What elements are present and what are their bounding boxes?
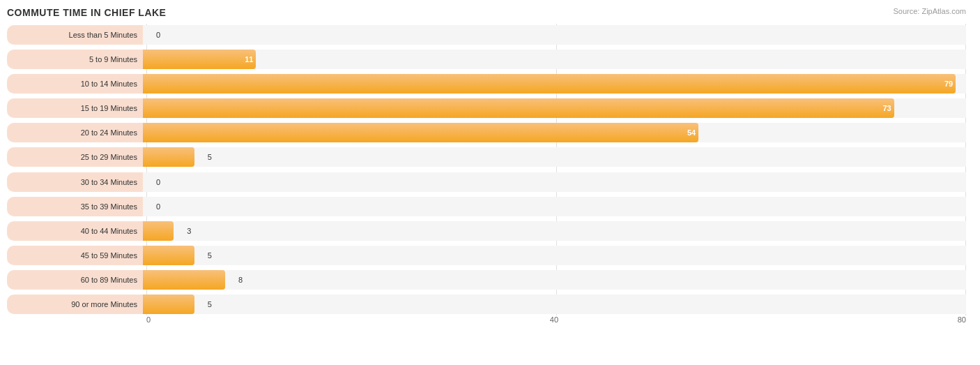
x-tick-80: 80 [958, 315, 966, 324]
bar-label: 40 to 44 Minutes [7, 221, 143, 241]
bar-row: 45 to 59 Minutes5 [7, 244, 966, 267]
bar-track: 0 [143, 25, 966, 45]
bar-label: 5 to 9 Minutes [7, 50, 143, 69]
bar-row: 90 or more Minutes5 [7, 293, 966, 315]
bar-track: 3 [143, 221, 966, 241]
bar-row: 40 to 44 Minutes3 [7, 220, 966, 242]
x-tick-40: 40 [550, 315, 558, 324]
bar-row: 35 to 39 Minutes0 [7, 195, 966, 218]
bar-row: 60 to 89 Minutes8 [7, 269, 966, 291]
bar-label: 45 to 59 Minutes [7, 246, 143, 265]
bar-row: 30 to 34 Minutes0 [7, 170, 966, 193]
bar-value: 5 [208, 251, 212, 260]
bar-track: 5 [143, 147, 966, 167]
bar-label: 35 to 39 Minutes [7, 197, 143, 216]
bars-wrapper: Less than 5 Minutes05 to 9 Minutes1110 t… [7, 24, 966, 315]
bar-track: 0 [143, 172, 966, 192]
bar-label: 60 to 89 Minutes [7, 270, 143, 290]
bar-value: 0 [156, 178, 160, 186]
bar-track: 79 [143, 74, 966, 94]
bar-track: 5 [143, 246, 966, 265]
bar-value: 0 [156, 202, 160, 211]
bar-row: 10 to 14 Minutes79 [7, 73, 966, 95]
bar-label: 10 to 14 Minutes [7, 74, 143, 94]
bar-label: 30 to 34 Minutes [7, 172, 143, 192]
bar-value: 8 [238, 276, 243, 284]
bar-label: 25 to 29 Minutes [7, 147, 143, 167]
bar-row: 25 to 29 Minutes5 [7, 146, 966, 168]
bar-value: 0 [156, 31, 160, 39]
bar-track: 5 [143, 295, 966, 314]
bar-track: 73 [143, 98, 966, 118]
chart-container: COMMUTE TIME IN CHIEF LAKE Source: ZipAt… [0, 0, 980, 365]
x-axis: 0 40 80 [146, 315, 966, 333]
bar-label: 90 or more Minutes [7, 295, 143, 314]
bar-value: 5 [208, 300, 212, 308]
chart-area: Less than 5 Minutes05 to 9 Minutes1110 t… [7, 24, 966, 333]
bar-value: 5 [208, 153, 212, 161]
bar-track: 11 [143, 50, 966, 69]
source-label: Source: ZipAtlas.com [893, 7, 966, 15]
bar-row: 20 to 24 Minutes54 [7, 121, 966, 144]
bar-value: 11 [245, 55, 253, 64]
bar-value: 73 [882, 104, 891, 112]
bar-fill: 11 [143, 50, 256, 69]
bar-fill: 54 [143, 123, 698, 142]
bar-row: 5 to 9 Minutes11 [7, 48, 966, 70]
bar-fill: 3 [143, 221, 174, 241]
bar-row: Less than 5 Minutes0 [7, 24, 966, 46]
bar-value: 79 [944, 80, 953, 88]
bar-fill: 79 [143, 74, 956, 94]
bar-fill: 5 [143, 295, 194, 314]
bar-fill: 5 [143, 147, 194, 167]
bar-row: 15 to 19 Minutes73 [7, 97, 966, 119]
bar-label: Less than 5 Minutes [7, 25, 143, 45]
bar-fill: 8 [143, 270, 225, 290]
bar-fill: 73 [143, 98, 894, 118]
chart-title: COMMUTE TIME IN CHIEF LAKE [7, 7, 966, 18]
bar-value: 54 [687, 128, 696, 137]
bar-fill: 5 [143, 246, 194, 265]
bar-value: 3 [187, 227, 191, 235]
bar-track: 8 [143, 270, 966, 290]
bar-track: 0 [143, 197, 966, 216]
bar-label: 20 to 24 Minutes [7, 123, 143, 142]
x-tick-0: 0 [146, 315, 151, 324]
bar-track: 54 [143, 123, 966, 142]
bar-label: 15 to 19 Minutes [7, 98, 143, 118]
